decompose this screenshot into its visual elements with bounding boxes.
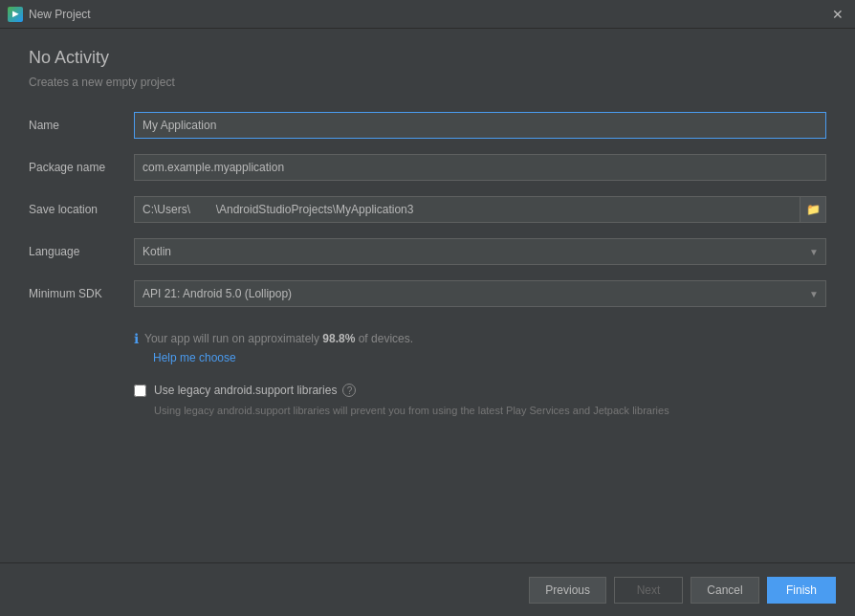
browse-button[interactable]: 📁 [800,196,826,223]
bottom-bar: Previous Next Cancel Finish [0,562,855,616]
min-sdk-label: Minimum SDK [29,287,134,300]
info-icon: ℹ [134,331,139,346]
name-field-row: Name [29,112,826,139]
info-text-after: of devices. [355,332,413,345]
legacy-checkbox-description: Using legacy android.support libraries w… [154,403,826,419]
package-name-control [134,154,826,181]
language-select-wrapper: Kotlin Java ▼ [134,238,826,265]
save-location-field-row: Save location 📁 [29,196,826,223]
page-title: No Activity [29,48,826,68]
next-button: Next [614,577,683,604]
language-select[interactable]: Kotlin Java [134,238,826,265]
previous-button[interactable]: Previous [529,577,606,604]
language-label: Language [29,245,134,258]
name-input[interactable] [134,112,826,139]
name-control [134,112,826,139]
save-location-field-group: 📁 [134,196,826,223]
app-icon: ▶ [8,7,23,22]
folder-icon: 📁 [806,203,821,216]
page-subtitle: Creates a new empty project [29,76,826,89]
legacy-support-checkbox[interactable] [134,385,146,397]
legacy-checkbox-row: Use legacy android.support libraries ? [134,384,826,397]
info-text-before: Your app will run on approximately [144,332,322,345]
min-sdk-select[interactable]: API 16: Android 4.1 (Jelly Bean) API 19:… [134,280,826,307]
info-percentage: 98.8% [322,332,355,345]
package-name-input[interactable] [134,154,826,181]
main-content: No Activity Creates a new empty project … [0,29,855,562]
legacy-help-icon[interactable]: ? [342,384,356,397]
language-control: Kotlin Java ▼ [134,238,826,265]
package-name-label: Package name [29,161,134,174]
min-sdk-field-row: Minimum SDK API 16: Android 4.1 (Jelly B… [29,280,826,307]
cancel-button[interactable]: Cancel [691,577,759,604]
min-sdk-control: API 16: Android 4.1 (Jelly Bean) API 19:… [134,280,826,307]
help-me-choose-link[interactable]: Help me choose [153,351,826,364]
title-bar: ▶ New Project ✕ [0,0,855,29]
language-field-row: Language Kotlin Java ▼ [29,238,826,265]
package-name-field-row: Package name [29,154,826,181]
info-line: ℹ Your app will run on approximately 98.… [134,330,826,347]
device-coverage-info: ℹ Your app will run on approximately 98.… [134,330,826,364]
save-location-input[interactable] [134,196,800,223]
save-location-label: Save location [29,203,134,216]
name-label: Name [29,119,134,132]
min-sdk-select-wrapper: API 16: Android 4.1 (Jelly Bean) API 19:… [134,280,826,307]
info-text: Your app will run on approximately 98.8%… [144,330,413,347]
close-button[interactable]: ✕ [828,5,847,24]
finish-button[interactable]: Finish [767,577,836,604]
save-location-control: 📁 [134,196,826,223]
legacy-support-section: Use legacy android.support libraries ? U… [134,384,826,419]
title-bar-text: New Project [29,8,828,21]
legacy-checkbox-label: Use legacy android.support libraries [154,384,337,397]
